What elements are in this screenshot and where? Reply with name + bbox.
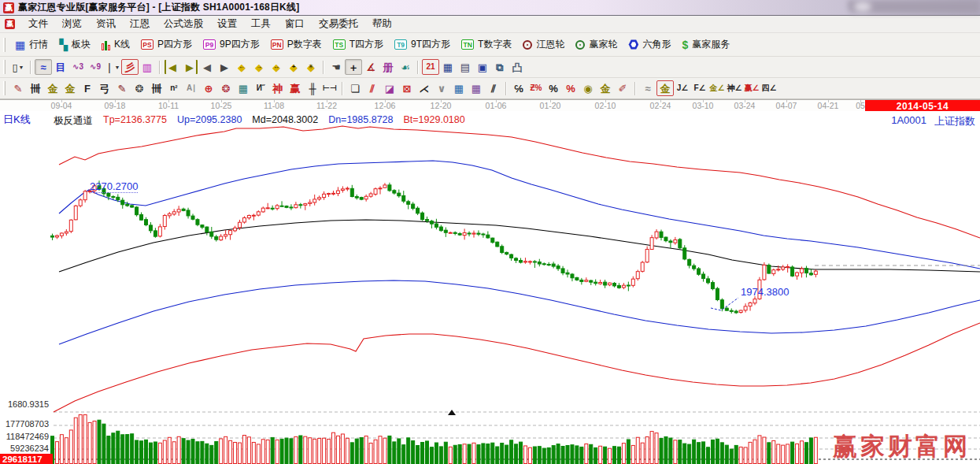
p-number-table-button[interactable]: PNP数字表 bbox=[265, 36, 327, 53]
pattern-red-icon[interactable]: 彡 bbox=[121, 59, 139, 75]
zoom-all-icon[interactable]: ◆✳ bbox=[302, 59, 320, 75]
calendar-icon[interactable]: 21 bbox=[422, 59, 439, 75]
rect-select-icon[interactable]: ❏ bbox=[346, 80, 364, 96]
bar-style-icon[interactable]: ❘▼ bbox=[104, 59, 121, 75]
winner-service-button[interactable]: $赢家服务 bbox=[676, 36, 735, 53]
quotes-button-label: 行情 bbox=[29, 38, 48, 51]
angle-lines-icon[interactable]: ⋌ bbox=[416, 80, 433, 96]
zoom-in-icon[interactable]: ◆+ bbox=[285, 59, 302, 75]
width-measure-icon[interactable]: ⊢⊣ bbox=[321, 80, 338, 96]
a-line-icon[interactable]: A∣ bbox=[183, 80, 200, 96]
ninet-square-button[interactable]: T99T四方形 bbox=[389, 36, 456, 53]
zoom-left-icon[interactable]: ◆← bbox=[233, 59, 250, 75]
hand-tool-icon[interactable]: ☚ bbox=[327, 59, 345, 75]
network-icon[interactable]: ⧉ bbox=[491, 59, 508, 75]
box-lines-icon[interactable]: ⊠ bbox=[398, 80, 416, 96]
winner-wheel-button-label: 赢家轮 bbox=[589, 38, 617, 51]
info-list-icon[interactable]: 目 bbox=[52, 59, 69, 75]
gold-angle-icon[interactable]: 金∠ bbox=[708, 80, 726, 96]
t-square-button[interactable]: TST四方形 bbox=[327, 36, 389, 53]
window-titlebar[interactable]: 赢 赢家江恩专业版[赢家服务平台] - [上证指数 SH1A0001-168日K… bbox=[0, 0, 980, 16]
shen-angle-icon[interactable]: 神∠ bbox=[726, 80, 743, 96]
computer-icon[interactable]: 凸 bbox=[508, 59, 526, 75]
four-angle-icon[interactable]: 四∠ bbox=[760, 80, 778, 96]
brush-grid-icon[interactable]: ✎ bbox=[113, 80, 131, 96]
percent-icon[interactable]: % bbox=[545, 80, 562, 96]
menu-item-5[interactable]: 公式选股 bbox=[157, 16, 210, 32]
angle-tool-icon[interactable]: ∡ bbox=[362, 59, 379, 75]
gold-line-icon[interactable]: 金 bbox=[597, 80, 614, 96]
first-bar-icon[interactable]: ◀ bbox=[164, 59, 181, 75]
menu-item-7[interactable]: 工具 bbox=[244, 16, 278, 32]
calculator-icon[interactable]: ▦ bbox=[439, 59, 457, 75]
p-square-button[interactable]: PSP四方形 bbox=[135, 36, 198, 53]
crosshair-icon[interactable]: ＋ bbox=[345, 59, 362, 75]
fib-grid-icon[interactable]: F bbox=[79, 80, 96, 96]
spiral-tool-icon[interactable]: ☙ bbox=[397, 59, 414, 75]
bow-grid-icon[interactable]: 弓 bbox=[96, 80, 113, 96]
sectors-button[interactable]: ▚板块 bbox=[54, 36, 96, 53]
fan-lines-icon[interactable]: ⫽ bbox=[364, 80, 381, 96]
fan-box-icon[interactable]: ◪ bbox=[381, 80, 398, 96]
win-angle-icon[interactable]: 赢∠ bbox=[743, 80, 760, 96]
percent-table-icon[interactable]: ℅ bbox=[510, 80, 527, 96]
ruler-grid-icon[interactable]: ╫ bbox=[304, 80, 321, 96]
candle-style-icon[interactable]: ▯▼ bbox=[9, 59, 27, 75]
segments-icon[interactable]: И˝ bbox=[252, 80, 269, 96]
toolbar-grip bbox=[3, 38, 6, 52]
gold-grid2-icon[interactable]: 金 bbox=[61, 80, 79, 96]
menu-item-1[interactable]: 文件 bbox=[21, 16, 55, 32]
menu-item-4[interactable]: 江恩 bbox=[123, 16, 157, 32]
wave-3-icon[interactable]: ∿3 bbox=[69, 59, 87, 75]
save-icon[interactable]: ▣ bbox=[474, 59, 491, 75]
histogram-icon[interactable]: ▥ bbox=[139, 59, 156, 75]
kline-button[interactable]: K线 bbox=[96, 36, 135, 53]
ninep-square-button[interactable]: P99P四方形 bbox=[198, 36, 265, 53]
menu-item-3[interactable]: 资讯 bbox=[89, 16, 123, 32]
zoom-horizontal-icon[interactable]: ◆↔ bbox=[268, 59, 285, 75]
gold-box-icon[interactable]: 金 bbox=[656, 80, 674, 96]
notes-icon[interactable]: ▤ bbox=[457, 59, 474, 75]
winner-wheel-button[interactable]: 赢家轮 bbox=[570, 36, 623, 53]
circle-cross-icon[interactable]: ⊕ bbox=[200, 80, 217, 96]
gold-grid-icon[interactable]: 金 bbox=[44, 80, 61, 96]
n-square-grid-icon[interactable]: n² bbox=[165, 80, 183, 96]
gann-wheel-button[interactable]: 江恩轮 bbox=[517, 36, 570, 53]
scribble-chart-icon[interactable]: ≈ bbox=[35, 59, 52, 75]
waves-icon[interactable]: ≈ bbox=[639, 80, 656, 96]
wave-9-icon[interactable]: ∿9 bbox=[87, 59, 104, 75]
time-comb-icon[interactable]: 卌 bbox=[27, 80, 44, 96]
circle-gold-icon[interactable]: ◉ bbox=[579, 80, 597, 96]
brush2-icon[interactable]: ✐ bbox=[614, 80, 631, 96]
j-angle-icon[interactable]: J∠ bbox=[674, 80, 691, 96]
win-grid-icon[interactable]: 赢 bbox=[287, 80, 304, 96]
menu-item-10[interactable]: 帮助 bbox=[365, 16, 399, 32]
grid-target-icon[interactable]: ▦ bbox=[450, 80, 468, 96]
menu-item-2[interactable]: 浏览 bbox=[55, 16, 89, 32]
hexagon-button[interactable]: 六角形 bbox=[623, 36, 676, 53]
parallel-lines-icon[interactable]: ⫽ bbox=[485, 80, 502, 96]
square-wheel-icon[interactable]: ▦ bbox=[235, 80, 252, 96]
gann-circle-icon[interactable]: ❂ bbox=[131, 80, 148, 96]
zoom-right-icon[interactable]: ◆→ bbox=[250, 59, 268, 75]
z-percent-icon[interactable]: Ƶ% bbox=[527, 80, 545, 96]
menu-item-6[interactable]: 设置 bbox=[210, 16, 244, 32]
kline-chart[interactable] bbox=[0, 111, 980, 464]
last-bar-icon[interactable]: ▶ bbox=[181, 59, 198, 75]
star-wheel-icon[interactable]: ❂ bbox=[217, 80, 235, 96]
menu-item-9[interactable]: 交易委托 bbox=[312, 16, 365, 32]
toolbar-separator bbox=[342, 82, 343, 95]
prev-bar-icon[interactable]: ◀ bbox=[198, 59, 216, 75]
next-bar-icon[interactable]: ▶ bbox=[216, 59, 233, 75]
f-angle-icon[interactable]: F∠ bbox=[691, 80, 708, 96]
comb2-icon[interactable]: 卌 bbox=[148, 80, 165, 96]
quotes-button[interactable]: ▦行情 bbox=[9, 36, 54, 53]
gann-shape-icon[interactable]: 册 bbox=[379, 59, 397, 75]
draw-brush-icon[interactable]: ✎ bbox=[9, 80, 27, 96]
percent-line-icon[interactable]: % bbox=[562, 80, 579, 96]
shen-grid-icon[interactable]: 神 bbox=[269, 80, 287, 96]
t-number-table-button[interactable]: TNT数字表 bbox=[456, 36, 517, 53]
v-marks-icon[interactable]: ∨ bbox=[433, 80, 450, 96]
menu-item-8[interactable]: 窗口 bbox=[278, 16, 312, 32]
grid-target2-icon[interactable]: ▦ bbox=[468, 80, 485, 96]
